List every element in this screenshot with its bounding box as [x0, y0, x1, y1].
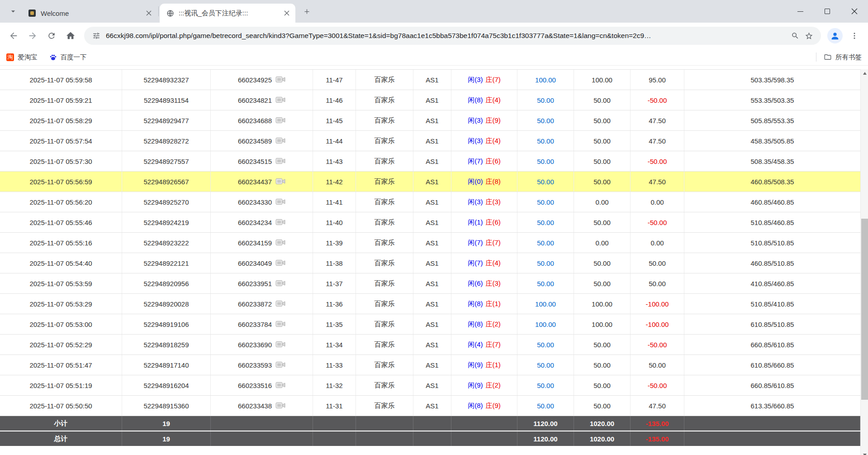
cell-period: 11-40	[313, 212, 356, 232]
tab-close-icon[interactable]	[282, 8, 292, 18]
scrollbar-thumb[interactable]	[861, 219, 868, 400]
table-row[interactable]: 2025-11-07 05:53:00 522948919106 6602337…	[0, 314, 860, 335]
cell-bet-amount[interactable]: 50.00	[517, 273, 574, 293]
table-row[interactable]: 2025-11-07 05:57:30 522948927557 6602345…	[0, 151, 860, 172]
video-icon[interactable]	[275, 117, 285, 125]
table-row[interactable]: 2025-11-07 05:53:29 522948920028 6602338…	[0, 294, 860, 314]
video-icon[interactable]	[275, 402, 285, 410]
all-bookmarks-button[interactable]: 所有书签	[824, 53, 862, 62]
cell-order-number: 522948923222	[122, 233, 211, 253]
cell-bet-amount[interactable]: 100.00	[517, 70, 574, 90]
scroll-up-icon[interactable]	[861, 69, 868, 77]
cell-table-name: AS1	[413, 335, 451, 354]
welcome-favicon-icon	[28, 9, 36, 17]
cell-table-name: AS1	[413, 253, 451, 273]
home-button[interactable]	[62, 27, 80, 45]
cell-bet-amount[interactable]: 100.00	[517, 314, 574, 334]
video-icon[interactable]	[275, 321, 285, 328]
tab-betrecord[interactable]: :::视讯_会员下注纪录:::	[160, 4, 295, 23]
video-icon[interactable]	[275, 280, 285, 287]
video-icon[interactable]	[275, 96, 285, 104]
cell-bet-amount[interactable]: 50.00	[517, 110, 574, 130]
table-row[interactable]: 2025-11-07 05:51:47 522948917140 6602335…	[0, 355, 860, 375]
url-text[interactable]: 66cxkj98.com/ipl/portal.php/game/betreco…	[103, 32, 788, 40]
tab-welcome[interactable]: Welcome	[22, 4, 157, 23]
cell-order-number: 522948929477	[122, 110, 211, 130]
cell-table-name: AS1	[413, 131, 451, 151]
cell-bet-amount[interactable]: 50.00	[517, 172, 574, 192]
video-icon[interactable]	[275, 239, 285, 247]
result-banker: 庄(7)	[486, 340, 501, 349]
table-row[interactable]: 2025-11-07 05:58:29 522948929477 6602346…	[0, 110, 860, 131]
cell-win-loss: 95.00	[631, 70, 684, 90]
table-row[interactable]: 2025-11-07 05:55:16 522948923222 6602341…	[0, 233, 860, 253]
cell-bet-amount[interactable]: 50.00	[517, 355, 574, 375]
video-icon[interactable]	[275, 259, 285, 267]
video-icon[interactable]	[275, 361, 285, 369]
cell-order-number: 522948931154	[122, 90, 211, 110]
forward-button[interactable]	[24, 27, 42, 45]
bookmark-baidu[interactable]: 百度一下	[49, 53, 87, 62]
tab-close-icon[interactable]	[144, 8, 154, 18]
cell-round-ref: 660233951	[211, 273, 313, 293]
taobao-icon: 淘	[6, 53, 14, 61]
cell-bet-amount[interactable]: 50.00	[517, 253, 574, 273]
table-row[interactable]: 2025-11-07 05:51:19 522948916204 6602335…	[0, 375, 860, 396]
summary-label: 总计	[0, 431, 122, 446]
cell-bet-amount[interactable]: 50.00	[517, 396, 574, 416]
table-row[interactable]: 2025-11-07 05:55:46 522948924219 6602342…	[0, 212, 860, 233]
minimize-button[interactable]	[787, 0, 814, 23]
cell-bet-amount[interactable]: 50.00	[517, 131, 574, 151]
video-icon[interactable]	[275, 341, 285, 349]
video-icon[interactable]	[275, 198, 285, 206]
result-player: 闲(3)	[468, 137, 483, 145]
back-button[interactable]	[5, 27, 23, 45]
reload-button[interactable]	[43, 27, 61, 45]
bookmark-aitaobao[interactable]: 淘 爱淘宝	[6, 53, 38, 62]
cell-table-name: AS1	[413, 273, 451, 293]
cell-period: 11-38	[313, 253, 356, 273]
cell-bet-amount[interactable]: 50.00	[517, 212, 574, 232]
cell-time: 2025-11-07 05:53:29	[0, 294, 122, 314]
zoom-icon[interactable]	[788, 29, 802, 43]
site-info-icon[interactable]	[90, 29, 103, 43]
video-icon[interactable]	[275, 158, 285, 165]
table-row[interactable]: 2025-11-07 05:52:29 522948918259 6602336…	[0, 335, 860, 355]
cell-bet-amount[interactable]: 50.00	[517, 375, 574, 395]
table-row[interactable]: 2025-11-07 05:59:58 522948932327 6602349…	[0, 70, 860, 90]
tab-search-button[interactable]	[5, 4, 21, 19]
menu-icon[interactable]	[845, 27, 863, 45]
video-icon[interactable]	[275, 382, 285, 389]
cell-bet-amount[interactable]: 50.00	[517, 335, 574, 354]
result-player: 闲(4)	[468, 340, 483, 349]
scroll-down-icon[interactable]	[861, 451, 868, 455]
cell-valid-amount: 50.00	[574, 151, 631, 171]
profile-avatar[interactable]	[827, 28, 843, 43]
new-tab-button[interactable]	[299, 4, 314, 19]
table-row[interactable]: 2025-11-07 05:57:54 522948928272 6602345…	[0, 131, 860, 151]
cell-game-type: 百家乐	[356, 110, 413, 130]
video-icon[interactable]	[275, 219, 285, 226]
cell-bet-amount[interactable]: 100.00	[517, 294, 574, 314]
table-row[interactable]: 2025-11-07 05:56:20 522948925270 6602343…	[0, 192, 860, 212]
cell-bet-amount[interactable]: 50.00	[517, 233, 574, 253]
cell-bet-amount[interactable]: 50.00	[517, 90, 574, 110]
cell-bet-amount[interactable]: 50.00	[517, 151, 574, 171]
maximize-button[interactable]	[814, 0, 841, 23]
bookmark-star-icon[interactable]	[802, 29, 816, 43]
cell-win-loss: 47.50	[631, 110, 684, 130]
table-row[interactable]: 2025-11-07 05:59:21 522948931154 6602348…	[0, 90, 860, 110]
cell-win-loss: -50.00	[631, 375, 684, 395]
video-icon[interactable]	[275, 76, 285, 84]
vertical-scrollbar[interactable]	[860, 69, 868, 455]
video-icon[interactable]	[275, 137, 285, 145]
video-icon[interactable]	[275, 300, 285, 308]
address-bar[interactable]: 66cxkj98.com/ipl/portal.php/game/betreco…	[84, 27, 821, 45]
table-row[interactable]: 2025-11-07 05:53:59 522948920956 6602339…	[0, 273, 860, 294]
cell-bet-amount[interactable]: 50.00	[517, 192, 574, 212]
close-button[interactable]	[841, 0, 868, 23]
table-row[interactable]: 2025-11-07 05:56:59 522948926567 6602344…	[0, 172, 860, 192]
table-row[interactable]: 2025-11-07 05:50:50 522948915360 6602334…	[0, 396, 860, 416]
video-icon[interactable]	[275, 178, 285, 186]
table-row[interactable]: 2025-11-07 05:54:40 522948922121 6602340…	[0, 253, 860, 273]
